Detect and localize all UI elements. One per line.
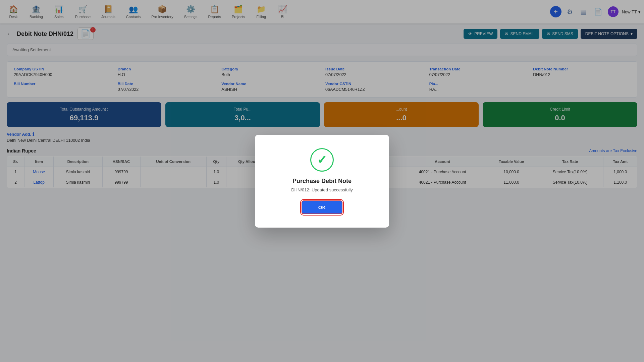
modal-ok-label: OK	[318, 204, 326, 210]
modal-ok-button[interactable]: OK	[302, 200, 343, 214]
modal-title: Purchase Debit Note	[272, 178, 372, 185]
modal-overlay: ✓ Purchase Debit Note DHN/012: Updated s…	[0, 0, 644, 362]
success-modal: ✓ Purchase Debit Note DHN/012: Updated s…	[255, 135, 389, 228]
modal-message: DHN/012: Updated successfully	[272, 187, 372, 192]
checkmark-icon: ✓	[317, 153, 327, 167]
success-icon-circle: ✓	[310, 148, 334, 172]
